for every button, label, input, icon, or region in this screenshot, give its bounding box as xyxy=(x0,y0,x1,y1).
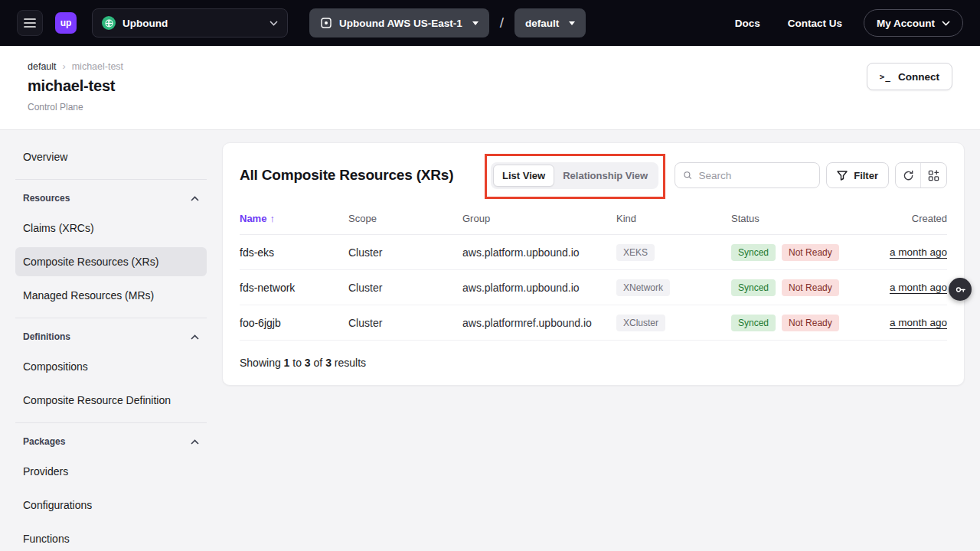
view-toggle-wrap: List View Relationship View xyxy=(491,162,658,189)
panel-header: All Composite Resources (XRs) List View … xyxy=(240,158,947,192)
synced-badge: Synced xyxy=(731,244,776,261)
sidebar-item-label: Compositions xyxy=(23,360,88,373)
relationship-view-tab[interactable]: Relationship View xyxy=(554,165,656,186)
page-header: default › michael-test michael-test Cont… xyxy=(0,46,980,130)
search-box xyxy=(675,162,820,188)
connect-button[interactable]: >_ Connect xyxy=(867,63,952,90)
sidebar-section-definitions: Definitions Compositions Composite Resou… xyxy=(15,318,207,415)
breadcrumb: default › michael-test xyxy=(28,61,952,72)
caret-down-icon xyxy=(472,21,479,25)
refresh-icon xyxy=(903,170,914,181)
column-header-created: Created xyxy=(912,213,947,224)
sidebar-section-definitions-header[interactable]: Definitions xyxy=(15,329,207,344)
section-title: Definitions xyxy=(23,331,70,342)
hamburger-menu-button[interactable] xyxy=(17,10,43,36)
refresh-button[interactable] xyxy=(896,163,921,187)
terminal-icon: >_ xyxy=(880,72,891,82)
search-input[interactable] xyxy=(699,170,812,181)
sidebar-item-claims[interactable]: Claims (XRCs) xyxy=(15,214,207,243)
organization-selector[interactable]: Upbound xyxy=(92,8,288,37)
not-ready-badge: Not Ready xyxy=(782,315,839,331)
column-header-group: Group xyxy=(462,213,616,224)
table-row[interactable]: foo-6jgjb Cluster aws.platformref.upboun… xyxy=(240,305,947,341)
sidebar-item-composite-resource-definition[interactable]: Composite Resource Definition xyxy=(15,386,207,415)
sidebar-section-packages-header[interactable]: Packages xyxy=(15,434,207,449)
control-plane-icon xyxy=(320,17,332,29)
group-selector[interactable]: default xyxy=(514,8,586,37)
page-title: michael-test xyxy=(28,77,952,95)
synced-badge: Synced xyxy=(731,315,776,331)
contact-us-link[interactable]: Contact Us xyxy=(788,18,842,29)
key-icon xyxy=(955,284,966,295)
sidebar-item-managed-resources[interactable]: Managed Resources (MRs) xyxy=(15,281,207,310)
hamburger-icon xyxy=(24,18,36,28)
organization-selector-label: Upbound xyxy=(122,18,168,29)
sidebar-item-compositions[interactable]: Compositions xyxy=(15,352,207,381)
sidebar-section-packages: Packages Providers Configurations Functi… xyxy=(15,422,207,551)
column-header-scope: Scope xyxy=(348,213,462,224)
sidebar-item-overview[interactable]: Overview xyxy=(15,142,207,171)
cell-kind: XCluster xyxy=(616,315,731,331)
list-view-tab[interactable]: List View xyxy=(493,165,554,187)
not-ready-badge: Not Ready xyxy=(782,279,839,296)
column-header-name[interactable]: Name ↑ xyxy=(240,213,348,224)
kind-badge: XCluster xyxy=(616,315,665,331)
extensions-button[interactable] xyxy=(921,163,946,187)
sidebar-item-composite-resources[interactable]: Composite Resources (XRs) xyxy=(15,247,207,276)
caret-down-icon xyxy=(569,21,575,25)
cell-group: aws.platform.upbound.io xyxy=(462,282,616,294)
docs-link[interactable]: Docs xyxy=(735,18,760,29)
topbar: up Upbound Upbound AWS US-East-1 / defau… xyxy=(0,0,980,46)
filter-button-label: Filter xyxy=(854,170,878,181)
table-row[interactable]: fds-network Cluster aws.platform.upbound… xyxy=(240,270,947,305)
connect-button-label: Connect xyxy=(898,71,939,83)
synced-badge: Synced xyxy=(731,279,776,296)
table-header-row: Name ↑ Scope Group Kind Status Created xyxy=(240,203,947,235)
cell-kind: XEKS xyxy=(616,244,731,261)
breadcrumb-separator-icon: › xyxy=(63,61,66,72)
filter-icon xyxy=(837,171,848,181)
cell-created-link[interactable]: a month ago xyxy=(890,317,947,328)
sidebar-item-functions[interactable]: Functions xyxy=(15,524,207,551)
results-from: 1 xyxy=(284,357,290,369)
chevron-up-icon xyxy=(191,334,199,340)
sidebar-item-providers[interactable]: Providers xyxy=(15,457,207,486)
cell-created-link[interactable]: a month ago xyxy=(890,282,947,293)
kind-badge: XEKS xyxy=(616,244,655,261)
kind-badge: XNetwork xyxy=(616,279,670,296)
table-actions xyxy=(895,162,947,188)
cell-status: Synced Not Ready xyxy=(731,244,888,261)
sidebar: Overview Resources Claims (XRCs) Composi… xyxy=(15,142,207,551)
sidebar-item-configurations[interactable]: Configurations xyxy=(15,491,207,520)
chevron-up-icon xyxy=(191,196,199,201)
cell-kind: XNetwork xyxy=(616,279,731,296)
cell-name: foo-6jgjb xyxy=(240,317,348,329)
section-title: Packages xyxy=(23,436,65,447)
cell-group: aws.platformref.upbound.io xyxy=(462,317,616,329)
my-account-button[interactable]: My Account xyxy=(864,9,963,37)
topbar-nav: Docs Contact Us My Account xyxy=(735,9,963,37)
results-summary: Showing 1 to 3 of 3 results xyxy=(240,341,947,385)
upbound-logo[interactable]: up xyxy=(55,12,77,34)
breadcrumb-root[interactable]: default xyxy=(28,61,57,72)
results-summary-text: Showing xyxy=(240,357,281,369)
results-to: 3 xyxy=(305,357,311,369)
control-plane-selector[interactable]: Upbound AWS US-East-1 xyxy=(309,8,489,37)
sidebar-section-resources-header[interactable]: Resources xyxy=(15,191,207,206)
filter-button[interactable]: Filter xyxy=(826,162,889,188)
control-plane-selector-label: Upbound AWS US-East-1 xyxy=(339,18,462,29)
search-icon xyxy=(683,170,692,181)
cell-name: fds-eks xyxy=(240,246,348,259)
chevron-down-icon xyxy=(942,21,950,26)
sidebar-item-label: Overview xyxy=(23,151,67,163)
sidebar-item-label: Managed Resources (MRs) xyxy=(23,289,154,302)
sidebar-item-label: Claims (XRCs) xyxy=(23,222,94,234)
sidebar-item-label: Configurations xyxy=(23,499,92,511)
sidebar-item-label: Functions xyxy=(23,533,70,545)
table-row[interactable]: fds-eks Cluster aws.platform.upbound.io … xyxy=(240,235,947,270)
sort-ascending-icon: ↑ xyxy=(270,213,275,224)
cell-created-link[interactable]: a month ago xyxy=(890,246,947,258)
floating-widget-button[interactable] xyxy=(949,278,972,301)
breadcrumb-slash: / xyxy=(500,15,504,31)
globe-icon xyxy=(102,16,116,30)
